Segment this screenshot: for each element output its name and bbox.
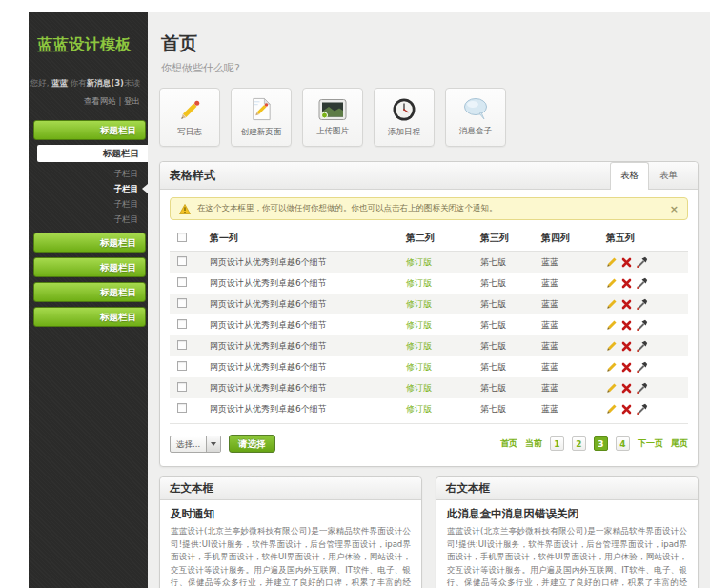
row-author: 蓝蓝: [541, 361, 606, 374]
column-header: 第四列: [541, 232, 606, 245]
right-box-header-title: 右文本框: [446, 481, 490, 496]
edit-icon[interactable]: [606, 340, 618, 352]
new-messages-link[interactable]: 新消息(3): [87, 78, 124, 88]
table-panel-title: 表格样式: [170, 168, 215, 184]
main-content: 首页 你想做些什么呢? 写日志 创建新页面 上传图片 添加日程 消息盒子: [148, 12, 710, 588]
row-revision-link[interactable]: 修订版: [406, 340, 480, 353]
row-revision-link[interactable]: 修订版: [406, 382, 480, 395]
delete-icon[interactable]: [621, 341, 632, 352]
row-actions: [606, 403, 688, 415]
sidebar-item-section-5[interactable]: 标题栏目: [33, 307, 146, 327]
pagination-page-3-active[interactable]: 3: [594, 436, 608, 451]
sidebar-subitem-4[interactable]: 子栏目: [29, 212, 148, 227]
pagination-last[interactable]: 尾页: [671, 437, 688, 450]
sidebar-submenu: 子栏目 子栏目 子栏目 子栏目: [29, 164, 148, 233]
warning-icon: [179, 204, 191, 214]
pagination-page-2[interactable]: 2: [572, 436, 586, 451]
select-all-checkbox[interactable]: [177, 233, 187, 242]
pagination-page-1[interactable]: 1: [550, 436, 564, 451]
edit-icon[interactable]: [606, 298, 618, 310]
create-page-card[interactable]: 创建新页面: [231, 88, 292, 147]
row-revision-link[interactable]: 修订版: [406, 319, 480, 332]
sidebar-subitem-1[interactable]: 子栏目: [29, 166, 148, 181]
row-revision-link[interactable]: 修订版: [406, 361, 480, 374]
delete-icon[interactable]: [621, 404, 632, 415]
edit-icon[interactable]: [606, 382, 618, 394]
tools-icon[interactable]: [636, 361, 648, 373]
edit-icon[interactable]: [606, 361, 618, 373]
pagination-page-4[interactable]: 4: [616, 436, 630, 451]
row-checkbox[interactable]: [177, 403, 187, 413]
table-footer: 选择... 请选择 首页 当前 1 2 3 4 下一页 尾页: [170, 423, 688, 466]
tools-icon[interactable]: [636, 403, 648, 415]
right-text-box: 右文本框 此消息盒中消息因错误关闭 蓝蓝设计(北京兰亭妙微科技有限公司)是一家精…: [436, 476, 699, 588]
delete-icon[interactable]: [621, 299, 632, 310]
sidebar-item-section-2[interactable]: 标题栏目: [33, 233, 146, 253]
edit-icon[interactable]: [606, 403, 618, 415]
notice-close-icon[interactable]: ×: [670, 204, 679, 214]
card-label: 消息盒子: [459, 126, 492, 137]
row-checkbox[interactable]: [177, 382, 187, 392]
upload-image-card[interactable]: 上传图片: [302, 88, 363, 147]
apply-selection-button[interactable]: 请选择: [229, 435, 275, 453]
row-checkbox[interactable]: [177, 298, 187, 308]
bulk-action-select[interactable]: 选择...: [170, 436, 221, 453]
row-version: 第七版: [480, 403, 541, 416]
active-subitem-arrow-icon: [137, 184, 148, 193]
tools-icon[interactable]: [636, 298, 648, 310]
row-actions: [606, 277, 688, 289]
select-dropdown-button[interactable]: [206, 436, 220, 452]
row-revision-link[interactable]: 修订版: [406, 277, 480, 290]
row-checkbox[interactable]: [177, 277, 187, 287]
add-schedule-card[interactable]: 添加日程: [374, 88, 435, 147]
row-checkbox[interactable]: [177, 256, 187, 266]
table-row: 网页设计从优秀到卓越6个细节 修订版 第七版 蓝蓝: [170, 314, 688, 335]
sidebar-subitem-3[interactable]: 子栏目: [29, 196, 148, 212]
left-box-header: 左文本框: [160, 477, 421, 500]
message-box-card[interactable]: 消息盒子: [445, 88, 506, 147]
row-revision-link[interactable]: 修订版: [406, 403, 480, 416]
tools-icon[interactable]: [636, 382, 648, 394]
greeting-prefix: 您好,: [30, 78, 51, 88]
pagination-next[interactable]: 下一页: [638, 437, 663, 450]
sidebar-item-section-3[interactable]: 标题栏目: [33, 257, 146, 277]
tools-icon[interactable]: [636, 340, 648, 352]
logout-link[interactable]: 登出: [124, 96, 140, 106]
row-checkbox[interactable]: [177, 319, 187, 329]
select-value: 选择...: [171, 436, 206, 452]
table-tabs: 表格 表单: [610, 162, 688, 189]
delete-icon[interactable]: [621, 383, 632, 394]
row-title: 网页设计从优秀到卓越6个细节: [202, 361, 406, 374]
edit-icon[interactable]: [606, 277, 618, 289]
row-revision-link[interactable]: 修订版: [406, 256, 480, 269]
delete-icon[interactable]: [621, 257, 632, 268]
write-log-card[interactable]: 写日志: [159, 88, 220, 147]
row-checkbox[interactable]: [177, 361, 187, 371]
table-row: 网页设计从优秀到卓越6个细节 修订版 第七版 蓝蓝: [170, 356, 688, 377]
text-boxes-row: 左文本框 及时通知 蓝蓝设计(北京兰亭妙微科技有限公司)是一家精品软件界面设计公…: [159, 476, 699, 588]
delete-icon[interactable]: [621, 362, 632, 373]
sidebar-item-section-4[interactable]: 标题栏目: [33, 282, 146, 302]
row-actions: [606, 340, 688, 352]
tools-icon[interactable]: [636, 319, 648, 331]
sidebar-subitem-2-active[interactable]: 子栏目: [29, 181, 148, 196]
row-checkbox[interactable]: [177, 340, 187, 350]
pagination-first[interactable]: 首页: [500, 437, 517, 450]
delete-icon[interactable]: [621, 278, 632, 289]
greeting-suffix: 未读: [124, 78, 140, 88]
edit-icon[interactable]: [606, 256, 618, 268]
row-author: 蓝蓝: [541, 382, 606, 395]
left-text-box: 左文本框 及时通知 蓝蓝设计(北京兰亭妙微科技有限公司)是一家精品软件界面设计公…: [159, 476, 422, 588]
tab-form[interactable]: 表单: [649, 162, 688, 189]
tools-icon[interactable]: [636, 277, 648, 289]
sidebar-item-section-active[interactable]: 标题栏目: [37, 145, 148, 162]
view-site-link[interactable]: 查看网站: [84, 96, 116, 106]
left-box-title: 及时通知: [171, 507, 411, 521]
tools-icon[interactable]: [636, 256, 648, 268]
edit-icon[interactable]: [606, 319, 618, 331]
row-revision-link[interactable]: 修订版: [406, 298, 480, 311]
tab-table[interactable]: 表格: [610, 162, 649, 190]
delete-icon[interactable]: [621, 320, 632, 331]
right-box-body: 此消息盒中消息因错误关闭 蓝蓝设计(北京兰亭妙微科技有限公司)是一家精品软件界面…: [436, 500, 698, 588]
sidebar-item-section-1[interactable]: 标题栏目: [33, 120, 146, 140]
